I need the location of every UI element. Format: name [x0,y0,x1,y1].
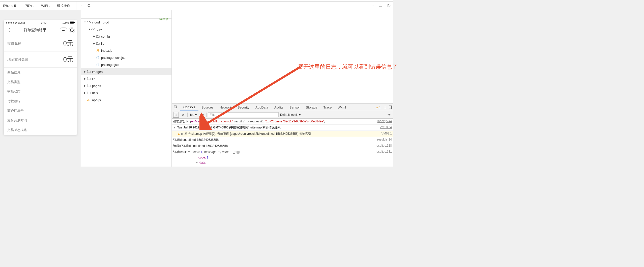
svg-rect-7 [74,22,75,23]
clear-console-icon[interactable]: ⊘ [180,112,186,118]
info-row: 付款银行 [4,96,77,106]
chevron-down-icon: ⌄ [71,4,73,7]
filter-input[interactable] [208,112,279,117]
eye-icon[interactable] [199,112,205,118]
tree-item[interactable]: ▼cloud | prod [81,19,171,26]
svg-point-0 [88,4,90,7]
source-link[interactable]: index.js:44 [377,119,392,123]
device-selector[interactable]: iPhone 5⌄ [0,2,22,10]
devtools-tab-security[interactable]: Security [235,103,252,111]
tree-expand-icon[interactable]: ▶ [93,35,96,38]
play-icon[interactable]: ▷ [173,112,179,118]
source-link[interactable]: result.js:118 [375,144,392,147]
tree-item[interactable]: JSindex.js [81,47,171,54]
page-title: 订单查询结果 [10,28,60,33]
status-time: 9:40 [25,21,63,24]
json-icon: { } [96,63,100,66]
chevron-down-icon: ⌄ [17,4,19,7]
cloud-icon [86,21,91,24]
carrier-label: ●●●●● WeChat [6,21,25,24]
tree-expand-icon[interactable]: ▶ [83,92,86,94]
console-row-warning[interactable]: ▲▶根据 sitemap 的规则[0], 当前页面 [pages/result/… [172,131,393,137]
tree-expand-icon[interactable]: ▶ [83,70,86,73]
devtools-tab-appdata[interactable]: AppData [252,103,271,111]
source-link[interactable]: result.js:14 [377,138,392,141]
network-selector[interactable]: WiFi⌄ [38,2,54,10]
info-row: 商品信息 [4,68,77,77]
svg-point-13 [389,114,390,115]
tree-item[interactable]: ▼pay [81,26,171,33]
tree-item[interactable]: ▶config [81,33,171,40]
tree-item[interactable]: { }package-lock.json [81,54,171,61]
back-button[interactable]: 〈 [6,27,10,33]
settings-gear-icon[interactable] [386,112,392,118]
tree-item-label: config [101,35,110,38]
console-row[interactable]: ▼data: [172,160,393,165]
levels-selector[interactable]: Default levels ▾ [280,113,301,117]
capsule-menu-button[interactable]: ••• [60,27,67,33]
expand-icon[interactable]: ▶ [181,132,184,136]
tree-item-label: index.js [101,49,112,52]
tree-expand-icon[interactable]: ▼ [88,28,91,31]
devtools-tab-storage[interactable]: Storage [303,103,320,111]
tree-item[interactable]: ▶lib [81,40,171,47]
tree-item[interactable]: JSapp.js [81,96,171,103]
console-row[interactable]: 订单result ▼{code: 1, message: "", data: {… [172,149,393,155]
split-icon[interactable] [376,2,385,10]
console-output[interactable]: 提交成功 ▶{errMsg: "cloud.callFunction:ok", … [172,119,393,167]
context-selector[interactable]: top ▾ [189,113,198,117]
tree-expand-icon[interactable]: ▶ [83,85,86,87]
devtools-tab-wxml[interactable]: Wxml [335,103,349,111]
more-icon[interactable]: ⋯ [368,2,376,10]
expand-icon[interactable]: ▼ [188,150,191,154]
search-icon[interactable] [85,2,94,10]
js-icon: JS [86,99,91,101]
add-tab-button[interactable]: ＋ [76,2,85,10]
devtools-tab-trace[interactable]: Trace [320,103,335,111]
zoom-selector[interactable]: 75%⌄ [22,2,38,10]
expand-icon[interactable]: ▶ [186,120,189,123]
devtools-tab-sensor[interactable]: Sensor [286,103,303,111]
info-icon[interactable]: i [237,151,240,154]
devtools-tab-sources[interactable]: Sources [198,103,217,111]
info-row: 支付完成时间 [4,116,77,125]
tree-expand-icon[interactable]: ▼ [83,21,86,23]
devtools-tab-network[interactable]: Network [216,103,235,111]
dock-icon[interactable] [388,104,393,110]
tree-item[interactable]: ▶lib [81,75,171,82]
console-row[interactable]: 请求的订单id undefined-1563240538558 result.j… [172,143,393,149]
editor-area: 展开这里的日志，就可以看到错误信息了 [172,10,393,103]
devtools-tab-console[interactable]: Console [180,103,198,111]
js-icon: JS [96,49,100,52]
console-row[interactable]: 提交成功 ▶{errMsg: "cloud.callFunction:ok", … [172,119,393,125]
json-icon: { } [96,56,100,59]
source-link[interactable]: VM108:4 [380,125,392,129]
devtools-tab-audits[interactable]: Audits [271,103,286,111]
console-row[interactable]: ▼Tue Jul 16 2019 09:28:58 GMT+0800 (中国标准… [172,125,393,131]
row-label: 现金支付金额 [7,57,28,62]
tree-item[interactable]: ▶images [81,68,171,75]
mock-selector[interactable]: 模拟操作⌄ [54,2,76,10]
expand-icon[interactable]: ▼ [195,161,198,164]
expand-icon[interactable]: ▼ [173,126,176,129]
source-link[interactable]: result.js:131 [375,150,392,153]
console-row[interactable]: code: 1 [172,155,393,160]
nodejs-badge: Node.js [159,18,168,20]
element-picker-icon[interactable] [173,104,179,110]
tree-expand-icon[interactable]: ▶ [83,77,86,80]
capsule-close-button[interactable] [69,27,75,33]
tree-item[interactable]: ▶utils [81,89,171,96]
tree-expand-icon[interactable]: ▶ [93,42,96,45]
simulator-toolbar: iPhone 5⌄ 75%⌄ WiFi⌄ 模拟操作⌄ ＋ ⋯ [0,2,393,10]
warning-count[interactable]: ▲ 1 [375,105,381,109]
source-link[interactable]: VM69:1 [382,132,392,135]
tree-item-label: images [92,70,103,74]
row-value: 0元 [63,55,73,64]
tree-item[interactable]: { }package.json [81,61,171,68]
console-row[interactable]: 订单id undefined-1563240538558 result.js:1… [172,137,393,143]
more-icon[interactable]: ⋮ [382,104,388,110]
layout-icon[interactable] [385,2,393,10]
svg-rect-11 [391,106,392,109]
file-explorer: ▼cloud | prod▼pay▶config▶libJSindex.js{ … [81,10,172,167]
tree-item[interactable]: ▶pages [81,82,171,89]
